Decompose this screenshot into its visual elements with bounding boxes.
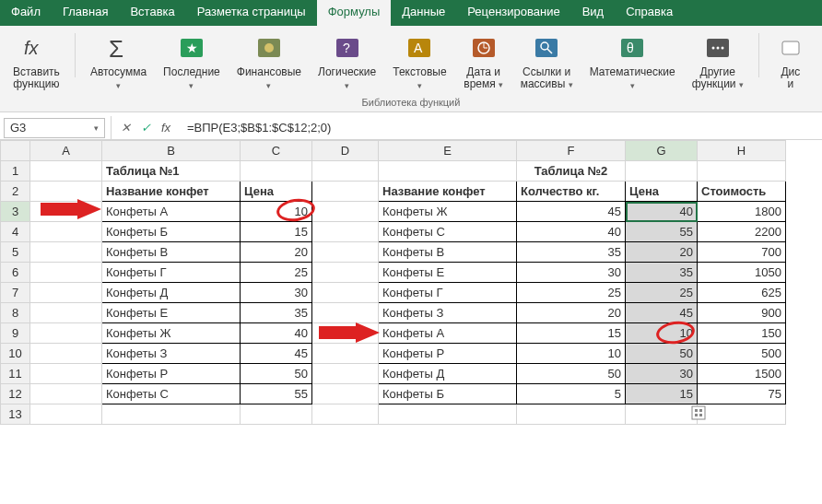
financial-button[interactable]: Финансовые ▾: [231, 29, 307, 94]
tab-formulas[interactable]: Формулы: [317, 0, 392, 26]
cell[interactable]: [312, 283, 379, 303]
cell[interactable]: 30: [517, 263, 626, 283]
cell[interactable]: Конфеты С: [379, 222, 517, 242]
cancel-formula-button[interactable]: ✕: [117, 121, 134, 135]
recent-functions-button[interactable]: ★ Последние ▾: [158, 29, 226, 94]
cell[interactable]: 30: [626, 364, 698, 384]
cell[interactable]: [30, 202, 102, 222]
row-header[interactable]: 6: [1, 263, 30, 283]
cell[interactable]: 50: [517, 364, 626, 384]
cell[interactable]: 20: [626, 242, 698, 263]
cell[interactable]: 625: [698, 283, 786, 303]
cell[interactable]: [30, 222, 102, 242]
cell[interactable]: [30, 384, 102, 404]
cell[interactable]: Стоимость: [698, 182, 786, 202]
text-button[interactable]: A Текстовые ▾: [387, 29, 452, 94]
cell[interactable]: 1800: [698, 202, 786, 222]
row-header[interactable]: 2: [1, 182, 30, 202]
name-box[interactable]: G3 ▾: [4, 118, 105, 138]
cell[interactable]: Конфеты Р: [379, 344, 517, 364]
cell[interactable]: 15: [626, 384, 698, 404]
cell[interactable]: [30, 182, 102, 202]
cell[interactable]: Конфеты В: [379, 242, 517, 263]
cell[interactable]: 55: [241, 384, 312, 404]
row-header[interactable]: 8: [1, 303, 30, 323]
cell[interactable]: [379, 161, 517, 182]
cell[interactable]: 30: [241, 283, 312, 303]
insert-function-button[interactable]: fx Вставитьфункцию: [7, 29, 65, 94]
cell[interactable]: [698, 161, 786, 182]
tab-data[interactable]: Данные: [391, 0, 456, 26]
cell[interactable]: [312, 384, 379, 404]
select-all-corner[interactable]: [1, 141, 30, 161]
cell[interactable]: 75: [698, 384, 786, 404]
col-header-E[interactable]: E: [379, 141, 517, 161]
cell[interactable]: Конфеты Ж: [102, 323, 241, 344]
cell[interactable]: [30, 283, 102, 303]
chevron-down-icon[interactable]: ▾: [94, 123, 99, 133]
col-header-D[interactable]: D: [312, 141, 379, 161]
cell[interactable]: 45: [626, 303, 698, 323]
formula-input[interactable]: =ВПР(E3;$B$1:$C$12;2;0): [180, 121, 822, 135]
cell[interactable]: [312, 202, 379, 222]
cell[interactable]: 20: [241, 242, 312, 263]
cell[interactable]: [312, 161, 379, 182]
cell[interactable]: 15: [241, 222, 312, 242]
cell[interactable]: 500: [698, 344, 786, 364]
cell[interactable]: Таблица №1: [102, 161, 241, 182]
cell[interactable]: [30, 263, 102, 283]
cell[interactable]: Конфеты Р: [102, 364, 241, 384]
cell[interactable]: 50: [626, 344, 698, 364]
cell[interactable]: [30, 161, 102, 182]
cell[interactable]: Колчество кг.: [517, 182, 626, 202]
cell[interactable]: [241, 404, 312, 425]
cell[interactable]: [30, 404, 102, 425]
row-header[interactable]: 11: [1, 364, 30, 384]
more-functions-button[interactable]: Другиефункции ▾: [687, 29, 749, 94]
cell[interactable]: [312, 222, 379, 242]
tab-file[interactable]: Файл: [0, 0, 52, 26]
cell[interactable]: Конфеты Е: [379, 263, 517, 283]
cell[interactable]: 10: [517, 344, 626, 364]
cell[interactable]: Название конфет: [379, 182, 517, 202]
tab-insert[interactable]: Вставка: [119, 0, 185, 26]
math-button[interactable]: θ Математические ▾: [584, 29, 681, 94]
cell[interactable]: 40: [241, 323, 312, 344]
cell[interactable]: 35: [626, 263, 698, 283]
cell[interactable]: [312, 263, 379, 283]
cell[interactable]: [312, 303, 379, 323]
col-header-A[interactable]: A: [30, 141, 102, 161]
cell[interactable]: Конфеты Г: [379, 283, 517, 303]
cell[interactable]: Конфеты Б: [102, 222, 241, 242]
tab-page-layout[interactable]: Разметка страницы: [186, 0, 317, 26]
cell[interactable]: [698, 404, 786, 425]
cell[interactable]: Конфеты А: [102, 202, 241, 222]
cell[interactable]: Конфеты Е: [102, 303, 241, 323]
cell[interactable]: 1500: [698, 364, 786, 384]
cell[interactable]: 25: [626, 283, 698, 303]
cell[interactable]: [379, 404, 517, 425]
cell[interactable]: 50: [241, 364, 312, 384]
cell[interactable]: Конфеты Б: [379, 384, 517, 404]
cell[interactable]: Конфеты З: [102, 344, 241, 364]
tab-home[interactable]: Главная: [52, 0, 119, 26]
tab-help[interactable]: Справка: [615, 0, 684, 26]
cell[interactable]: 900: [698, 303, 786, 323]
cell[interactable]: Таблица №2: [517, 161, 626, 182]
cell[interactable]: [312, 404, 379, 425]
logical-button[interactable]: ? Логические ▾: [312, 29, 382, 94]
cell[interactable]: 25: [517, 283, 626, 303]
cell[interactable]: 55: [626, 222, 698, 242]
col-header-H[interactable]: H: [698, 141, 786, 161]
cell[interactable]: [312, 182, 379, 202]
cell[interactable]: 45: [517, 202, 626, 222]
cell[interactable]: [626, 161, 698, 182]
col-header-B[interactable]: B: [102, 141, 241, 161]
cell[interactable]: 15: [517, 323, 626, 344]
cell[interactable]: [30, 364, 102, 384]
cell[interactable]: 25: [241, 263, 312, 283]
row-header[interactable]: 12: [1, 384, 30, 404]
cell[interactable]: 10: [626, 323, 698, 344]
row-header[interactable]: 1: [1, 161, 30, 182]
cell[interactable]: Название конфет: [102, 182, 241, 202]
